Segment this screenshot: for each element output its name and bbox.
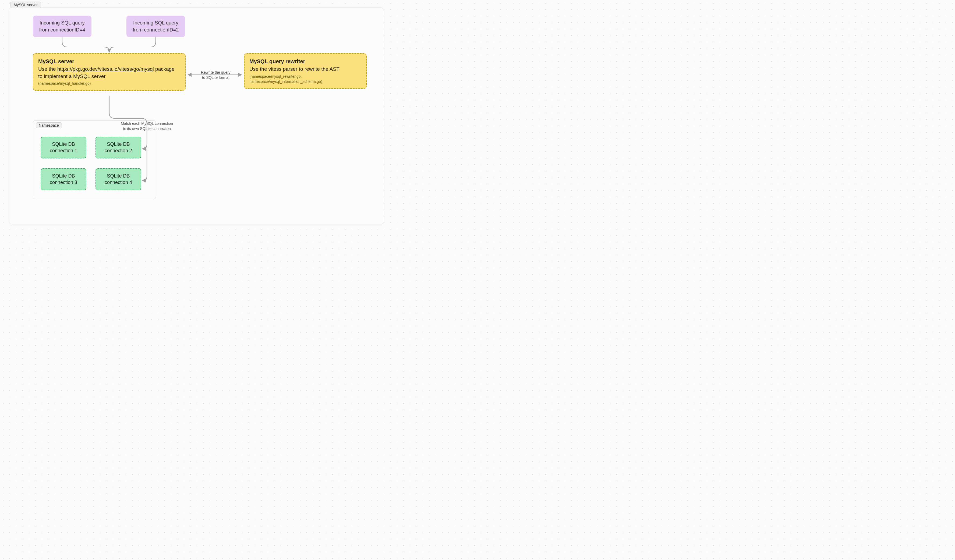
incoming-query-node-2: Incoming SQL query from connectionID=2 (127, 16, 185, 37)
mysql-server-note: (namespace/mysql_handler.go) (38, 81, 180, 86)
sqlite-connection-node-1: SQLite DB connection 1 (41, 137, 86, 158)
edge-label-match: Match each MySQL connection to its own S… (120, 121, 174, 131)
sqlite-connection-node-4: SQLite DB connection 4 (96, 168, 141, 190)
mysql-server-body-prefix: Use the (38, 66, 57, 72)
sqlite-connection-node-2: SQLite DB connection 2 (96, 137, 141, 158)
mysql-rewriter-node: MySQL query rewriter Use the vitess pars… (244, 53, 367, 89)
incoming-query-node-4: Incoming SQL query from connectionID=4 (33, 16, 91, 37)
mysql-server-title: MySQL server (38, 58, 180, 65)
namespace-frame: Namespace SQLite DB connection 1 SQLite … (33, 120, 156, 199)
mysql-rewriter-title: MySQL query rewriter (249, 58, 361, 65)
mysql-server-node: MySQL server Use the https://pkg.go.dev/… (33, 53, 186, 91)
mysql-server-link[interactable]: https://pkg.go.dev/vitess.io/vitess/go/m… (57, 66, 154, 72)
frame-label: MySQL server (10, 2, 41, 8)
sqlite-connection-node-3: SQLite DB connection 3 (41, 168, 86, 190)
namespace-label: Namespace (36, 122, 62, 128)
mysql-rewriter-body: Use the vitess parser to rewrite the AST (249, 66, 361, 73)
edge-label-rewrite: Rewrite the query to SQLite format (200, 70, 232, 80)
mysql-rewriter-note: (namespace/mysql_rewriter.go, namespace/… (249, 74, 361, 84)
mysql-server-body: Use the https://pkg.go.dev/vitess.io/vit… (38, 66, 180, 80)
diagram-canvas: MySQL server Incoming SQL query from con… (0, 0, 393, 228)
